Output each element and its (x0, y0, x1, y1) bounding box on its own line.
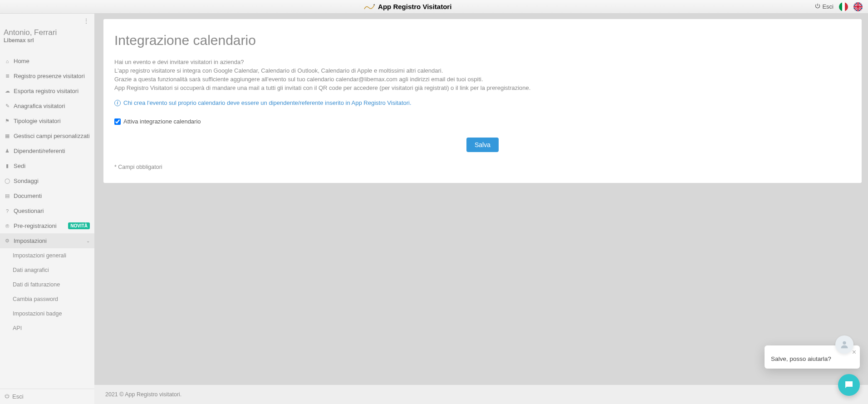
save-row: Salva (114, 138, 851, 152)
subnav-impostazioni-generali[interactable]: Impostazioni generali (0, 248, 94, 263)
power-icon (5, 393, 10, 400)
subnav-label: Dati anagrafici (13, 267, 49, 273)
sidebar-item-label: Gestisci campi personalizzati (14, 133, 90, 139)
company-name: Libemax srl (4, 37, 89, 44)
subnav-dati-anagrafici[interactable]: Dati anagrafici (0, 263, 94, 277)
page-title: Integrazione calendario (114, 33, 851, 48)
building-icon: ▮ (5, 163, 10, 169)
sidebar-item-impostazioni[interactable]: ⚙Impostazioni⌄ (0, 233, 94, 248)
page-footer: 2021 © App Registro visitatori. (94, 385, 868, 404)
power-icon (815, 3, 820, 10)
flag-icon: ⚑ (5, 118, 10, 124)
sidebar-item-label: Registro presenze visitatori (14, 73, 85, 79)
flag-uk-icon[interactable] (853, 2, 863, 11)
logout-label: Esci (822, 3, 834, 10)
topbar-right: Esci (815, 2, 868, 11)
subnav-dati-fatturazione[interactable]: Dati di fatturazione (0, 277, 94, 292)
logout-link-sidebar[interactable]: Esci (0, 389, 94, 404)
sidebar-item-label: Documenti (14, 192, 42, 199)
save-button[interactable]: Salva (466, 138, 499, 152)
subnav-label: Impostazioni generali (13, 252, 66, 259)
chat-launcher-button[interactable] (838, 374, 860, 396)
intro-line1: Hai un evento e devi invitare visitatori… (114, 58, 851, 67)
subnav-cambia-password[interactable]: Cambia password (0, 292, 94, 306)
sidebar-item-label: Esporta registro visitatori (14, 88, 78, 94)
sidebar-item-esporta-registro[interactable]: ☁Esporta registro visitatori (0, 84, 94, 99)
logout-link-top[interactable]: Esci (815, 3, 834, 10)
intro-line4: App Registro Visitatori si occuperà di m… (114, 84, 851, 93)
sidebar-item-documenti[interactable]: ▤Documenti (0, 188, 94, 203)
sidebar-item-home[interactable]: ⌂Home (0, 54, 94, 69)
user-name: Antonio, Ferrari (4, 28, 89, 37)
home-icon: ⌂ (5, 59, 10, 64)
intro-line3: Grazie a questa funzionalità sarà suffic… (114, 75, 851, 84)
svg-point-2 (843, 341, 846, 345)
sidebar-item-label: Questionari (14, 207, 44, 214)
info-note: i Chi crea l'evento sul proprio calendar… (114, 99, 851, 106)
sidebar-item-questionari[interactable]: ?Questionari (0, 203, 94, 218)
sidebar-footer: Esci (0, 389, 94, 404)
flag-it-icon[interactable] (839, 2, 848, 11)
sidebar-item-anagrafica[interactable]: ✎Anagrafica visitatori (0, 99, 94, 113)
intro-block: Hai un evento e devi invitare visitatori… (114, 58, 851, 92)
sidebar-item-label: Pre-registrazioni (14, 222, 57, 229)
checkbox-label: Attiva integrazione calendario (123, 118, 201, 125)
cloud-icon: ☁ (5, 88, 10, 94)
main: Integrazione calendario Hai un evento e … (94, 0, 868, 404)
app-logo-icon (363, 3, 375, 10)
sidebar-item-label: Anagrafica visitatori (14, 103, 65, 109)
cogs-icon: ⚙ (5, 238, 10, 244)
chat-message: Salve, posso aiutarla? (771, 355, 853, 362)
sidebar-item-label: Sondaggi (14, 177, 39, 184)
register-icon: ® (5, 223, 10, 229)
content-wrap: Integrazione calendario Hai un evento e … (94, 14, 868, 385)
topbar: App Registro Visitatori Esci (0, 0, 868, 14)
activate-calendar-checkbox[interactable] (114, 118, 121, 125)
chat-close-icon[interactable]: × (852, 348, 856, 356)
sidebar-item-registro-presenze[interactable]: ≣Registro presenze visitatori (0, 69, 94, 84)
sidebar: ⋮ Antonio, Ferrari Libemax srl ⌂Home ≣Re… (0, 14, 94, 404)
checkbox-row[interactable]: Attiva integrazione calendario (114, 118, 851, 125)
sidebar-item-label: Home (14, 58, 29, 64)
sidebar-item-dipendenti[interactable]: ♟Dipendenti/referenti (0, 143, 94, 158)
sidebar-item-tipologie[interactable]: ⚑Tipologie visitatori (0, 113, 94, 128)
info-note-text: Chi crea l'evento sul proprio calendario… (123, 99, 412, 106)
chevron-down-icon: ⌄ (86, 238, 90, 243)
sidebar-item-campi-personalizzati[interactable]: ▦Gestisci campi personalizzati (0, 128, 94, 143)
app-title: App Registro Visitatori (378, 3, 451, 10)
sidebar-item-label: Dipendenti/referenti (14, 148, 65, 154)
sidebar-nav: ⌂Home ≣Registro presenze visitatori ☁Esp… (0, 54, 94, 335)
subnav-label: Dati di fatturazione (13, 281, 60, 288)
intro-line2: L'app registro visitatore si integra con… (114, 67, 851, 75)
sidebar-item-sondaggi[interactable]: ◯Sondaggi (0, 173, 94, 188)
grid-icon: ▦ (5, 133, 10, 139)
sidebar-header: ⋮ Antonio, Ferrari Libemax srl (0, 14, 94, 47)
chat-popup[interactable]: × Salve, posso aiutarla? (765, 345, 860, 369)
topbar-center: App Registro Visitatori (0, 3, 815, 10)
required-fields-note: * Campi obbligatori (114, 164, 851, 170)
question-icon: ? (5, 208, 10, 214)
subnav-label: Cambia password (13, 296, 58, 302)
kebab-menu-icon[interactable]: ⋮ (83, 17, 90, 25)
subnav-label: Impostazioni badge (13, 310, 62, 317)
sidebar-item-label: Sedi (14, 163, 25, 169)
info-icon: i (114, 100, 121, 106)
chat-avatar-icon (835, 335, 853, 354)
sidebar-footer-label: Esci (12, 393, 24, 400)
sidebar-item-preregistrazioni[interactable]: ®Pre-registrazioniNOVITÀ (0, 218, 94, 233)
list-icon: ≣ (5, 73, 10, 79)
sidebar-item-sedi[interactable]: ▮Sedi (0, 158, 94, 173)
edit-icon: ✎ (5, 103, 10, 109)
sidebar-item-label: Tipologie visitatori (14, 118, 61, 124)
subnav-api[interactable]: API (0, 321, 94, 335)
circle-icon: ◯ (5, 178, 10, 184)
sidebar-item-label: Impostazioni (14, 237, 47, 244)
panel-calendar-integration: Integrazione calendario Hai un evento e … (103, 19, 862, 183)
user-icon: ♟ (5, 148, 10, 154)
novita-badge: NOVITÀ (68, 222, 90, 229)
file-icon: ▤ (5, 193, 10, 199)
sidebar-subnav-impostazioni: Impostazioni generali Dati anagrafici Da… (0, 248, 94, 335)
subnav-label: API (13, 325, 22, 331)
subnav-impostazioni-badge[interactable]: Impostazioni badge (0, 306, 94, 321)
